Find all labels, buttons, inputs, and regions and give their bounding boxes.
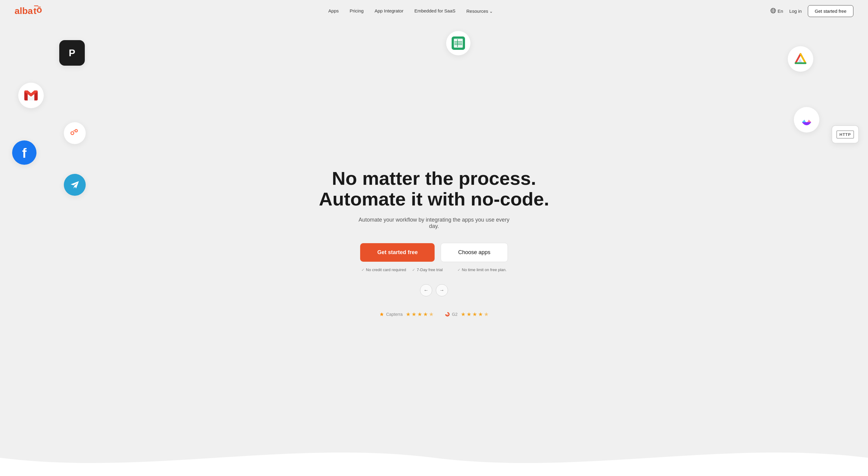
svg-point-34	[71, 132, 73, 134]
capterra-stars: ★ ★ ★ ★ ★	[406, 311, 434, 318]
nav-pricing[interactable]: Pricing	[350, 8, 364, 13]
globe-icon	[770, 8, 776, 14]
arrow-prev[interactable]: ←	[420, 284, 432, 296]
svg-rect-21	[454, 43, 462, 43]
facebook-icon: f	[12, 141, 36, 165]
g2-stars: ★ ★ ★ ★ ★	[461, 311, 489, 318]
hero-subtitle: Automate your workflow by integrating th…	[358, 217, 510, 230]
google-ads-icon	[788, 46, 813, 72]
hero-buttons: Get started free Choose apps	[360, 243, 507, 262]
svg-point-31	[75, 130, 77, 131]
navigation: alba ō t Apps Pricing App Integrator Emb…	[0, 0, 868, 22]
svg-rect-22	[454, 44, 462, 45]
chevron-down-icon	[489, 8, 493, 14]
ratings: Capterra ★ ★ ★ ★ ★ G G2 ★	[379, 311, 488, 318]
g2-rating: G G2 ★ ★ ★ ★ ★	[445, 311, 489, 318]
nav-right: En Log in Get started free	[770, 5, 854, 17]
svg-rect-20	[454, 42, 462, 42]
choose-apps-button[interactable]: Choose apps	[441, 243, 507, 262]
svg-text:t: t	[33, 6, 36, 16]
nav-app-integrator[interactable]: App Integrator	[374, 8, 403, 13]
nav-links: Apps Pricing App Integrator Embedded for…	[328, 8, 493, 14]
hero-section: P	[0, 22, 868, 476]
login-button[interactable]: Log in	[789, 8, 802, 14]
microcopy-free-plan: No time limit on free plan.	[457, 267, 507, 272]
svg-rect-23	[457, 39, 458, 47]
hubspot-icon	[64, 122, 86, 144]
get-started-button[interactable]: Get started free	[360, 243, 435, 262]
nav-resources[interactable]: Resources	[467, 8, 493, 14]
logo[interactable]: alba ō t	[14, 4, 51, 18]
microcopy-no-card: No credit card required	[361, 267, 406, 272]
svg-marker-35	[380, 313, 383, 316]
nav-embedded[interactable]: Embedded for SaaS	[414, 8, 455, 13]
lang-label: En	[778, 8, 783, 14]
svg-text:alba: alba	[14, 6, 33, 16]
hero-microcopy: No credit card required 7-Day free trial…	[361, 267, 507, 272]
arrow-next[interactable]: →	[436, 284, 448, 296]
microcopy-trial: 7-Day free trial	[412, 267, 442, 272]
nav-apps[interactable]: Apps	[328, 8, 339, 13]
language-selector[interactable]: En	[770, 8, 783, 14]
carousel-arrows: ← →	[420, 284, 448, 296]
google-sheets-icon	[446, 31, 470, 55]
wave-decoration	[0, 440, 868, 476]
svg-text:G: G	[446, 314, 448, 316]
telegram-icon	[64, 174, 86, 196]
capterra-rating: Capterra ★ ★ ★ ★ ★	[379, 311, 433, 318]
gmail-icon	[18, 83, 44, 108]
clickup-icon	[794, 107, 819, 132]
hero-title: No matter the process. Automate it with …	[319, 168, 549, 209]
get-started-nav-button[interactable]: Get started free	[808, 5, 854, 17]
productboard-icon: P	[59, 40, 85, 66]
http-icon: HTTP	[832, 125, 859, 144]
